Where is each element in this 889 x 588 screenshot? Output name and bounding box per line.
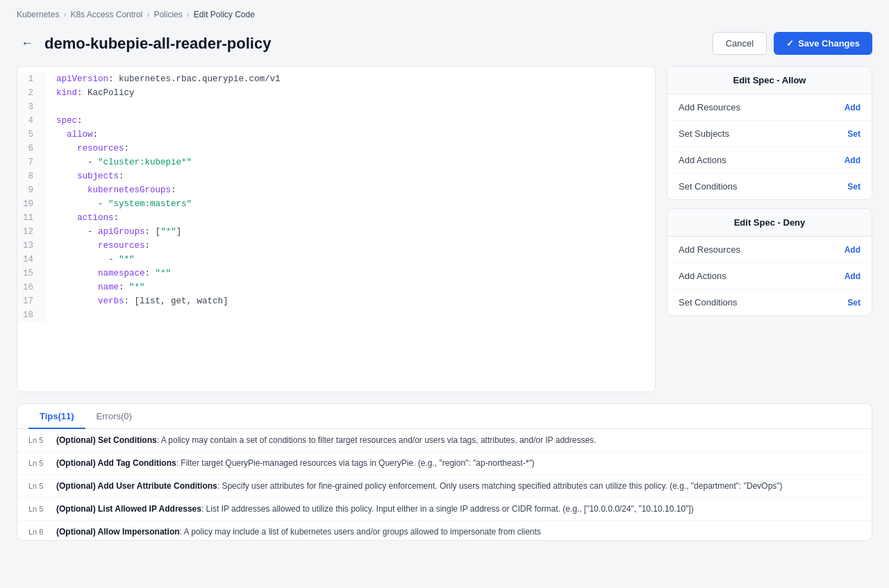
code-area: 1 2 3 4 5 6 7 8 9 10 11 12 13 14 15 16 1… <box>17 67 655 328</box>
cancel-button[interactable]: Cancel <box>713 32 767 55</box>
add-actions-allow-button[interactable]: Add <box>845 156 861 165</box>
tip-ln: Ln 5 <box>28 457 48 469</box>
bottom-tabs: Tips(11) Errors(0) <box>17 404 872 429</box>
tab-errors[interactable]: Errors(0) <box>85 404 143 429</box>
back-button[interactable]: ← <box>17 35 38 52</box>
check-icon: ✓ <box>786 38 794 49</box>
breadcrumb-item-current: Edit Policy Code <box>194 10 255 19</box>
code-editor[interactable]: 1 2 3 4 5 6 7 8 9 10 11 12 13 14 15 16 1… <box>17 66 656 392</box>
breadcrumb-item-kubernetes[interactable]: Kubernetes <box>17 10 59 19</box>
breadcrumb-sep-3: › <box>187 10 190 19</box>
tip-text: (Optional) Allow Impersonation: A policy… <box>56 526 861 538</box>
tip-text: (Optional) Set Conditions: A policy may … <box>56 434 861 446</box>
line-numbers: 1 2 3 4 5 6 7 8 9 10 11 12 13 14 15 16 1… <box>17 72 45 322</box>
header-actions: Cancel ✓ Save Changes <box>713 32 872 55</box>
set-conditions-allow-label: Set Conditions <box>679 181 738 192</box>
tip-row: Ln 5 (Optional) List Allowed IP Addresse… <box>17 498 872 521</box>
tip-text: (Optional) Add Tag Conditions: Filter ta… <box>56 457 861 469</box>
tip-text: (Optional) Add User Attribute Conditions… <box>56 480 861 492</box>
tip-row: Ln 5 (Optional) Add Tag Conditions: Filt… <box>17 452 872 475</box>
set-conditions-deny-label: Set Conditions <box>679 297 738 308</box>
tip-row: Ln 5 (Optional) Set Conditions: A policy… <box>17 429 872 452</box>
add-actions-deny-button[interactable]: Add <box>845 271 861 281</box>
tip-text: (Optional) List Allowed IP Addresses: Li… <box>56 503 861 515</box>
add-actions-deny-row: Add Actions Add <box>667 263 872 289</box>
tip-row: Ln 5 (Optional) Add User Attribute Condi… <box>17 475 872 498</box>
spec-allow-panel: Edit Spec - Allow Add Resources Add Set … <box>667 66 872 200</box>
spec-allow-title: Edit Spec - Allow <box>667 67 872 94</box>
set-subjects-label: Set Subjects <box>679 128 729 139</box>
breadcrumb-sep-1: › <box>63 10 66 19</box>
page-title: demo-kubepie-all-reader-policy <box>44 35 271 53</box>
tip-ln: Ln 5 <box>28 480 48 492</box>
set-subjects-row: Set Subjects Set <box>667 121 872 147</box>
add-resources-deny-row: Add Resources Add <box>667 237 872 263</box>
set-conditions-allow-row: Set Conditions Set <box>667 174 872 199</box>
page-header: ← demo-kubepie-all-reader-policy Cancel … <box>0 26 889 66</box>
main-content: 1 2 3 4 5 6 7 8 9 10 11 12 13 14 15 16 1… <box>0 66 889 392</box>
breadcrumb-item-policies[interactable]: Policies <box>153 10 182 19</box>
add-resources-deny-label: Add Resources <box>679 244 740 255</box>
add-actions-allow-row: Add Actions Add <box>667 147 872 174</box>
add-resources-allow-button[interactable]: Add <box>845 103 861 112</box>
breadcrumb: Kubernetes › K8s Access Control › Polici… <box>0 0 889 26</box>
tab-tips[interactable]: Tips(11) <box>28 404 85 429</box>
header-left: ← demo-kubepie-all-reader-policy <box>17 35 271 53</box>
tip-row: Ln 8 (Optional) Allow Impersonation: A p… <box>17 521 872 540</box>
tips-list: Ln 5 (Optional) Set Conditions: A policy… <box>17 429 872 540</box>
set-conditions-allow-button[interactable]: Set <box>847 182 861 192</box>
tip-ln: Ln 5 <box>28 503 48 515</box>
spec-deny-panel: Edit Spec - Deny Add Resources Add Add A… <box>667 208 872 316</box>
add-resources-deny-button[interactable]: Add <box>845 245 861 255</box>
tip-ln: Ln 5 <box>28 434 48 446</box>
tip-ln: Ln 8 <box>28 526 48 538</box>
add-actions-deny-label: Add Actions <box>679 271 726 281</box>
save-button[interactable]: ✓ Save Changes <box>774 32 872 55</box>
add-actions-allow-label: Add Actions <box>679 155 726 165</box>
set-subjects-button[interactable]: Set <box>847 129 861 139</box>
set-conditions-deny-row: Set Conditions Set <box>667 289 872 315</box>
right-panel: Edit Spec - Allow Add Resources Add Set … <box>667 66 872 392</box>
code-content: apiVersion: kubernetes.rbac.querypie.com… <box>45 72 655 322</box>
add-resources-allow-row: Add Resources Add <box>667 94 872 121</box>
bottom-panel: Tips(11) Errors(0) Ln 5 (Optional) Set C… <box>17 403 872 541</box>
breadcrumb-item-k8s[interactable]: K8s Access Control <box>70 10 142 19</box>
add-resources-allow-label: Add Resources <box>679 102 740 112</box>
set-conditions-deny-button[interactable]: Set <box>847 298 861 308</box>
breadcrumb-sep-2: › <box>147 10 149 19</box>
spec-deny-title: Edit Spec - Deny <box>667 209 872 237</box>
save-label: Save Changes <box>798 38 860 49</box>
